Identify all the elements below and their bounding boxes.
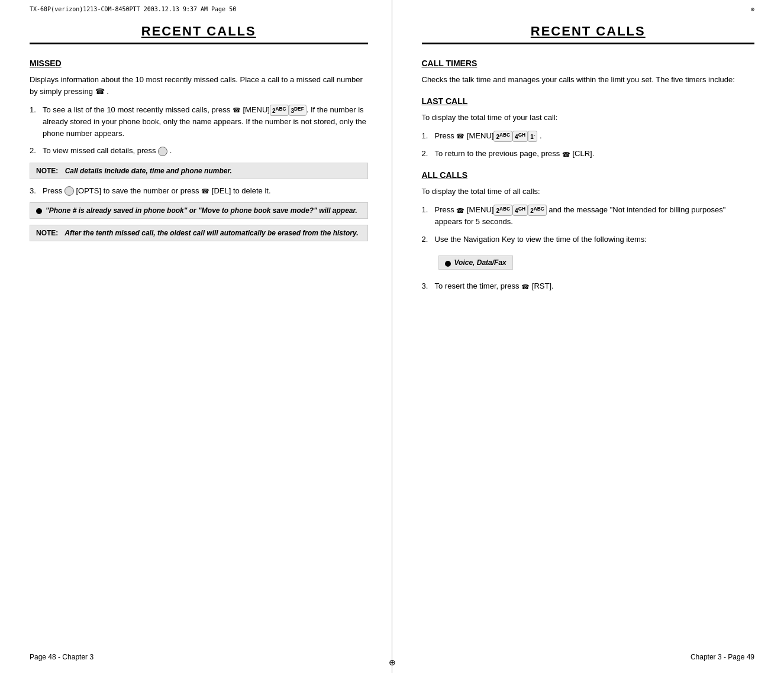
note-2-text: After the tenth missed call, the oldest …	[64, 229, 358, 237]
all-calls-item-2: 2. Use the Navigation Key to view the ti…	[422, 234, 755, 245]
right-page-title: RECENT CALLS	[422, 24, 755, 44]
missed-intro: Displays information about the 10 most r…	[30, 74, 368, 97]
list-item-1: 1. To see a list of the 10 most recently…	[30, 104, 368, 139]
bullet-voice: Voice, Data/Fax	[438, 255, 513, 270]
phone-icon-r1: ☎	[456, 131, 464, 141]
nav-icon-2	[64, 186, 74, 196]
phone-icon-r4: ☎	[521, 282, 530, 292]
phone-icon-3: ☎	[201, 186, 209, 196]
all-calls-heading: ALL CALLS	[422, 170, 755, 180]
phone-icon-r3: ☎	[456, 206, 464, 216]
center-crosshair: ⊕	[389, 658, 396, 667]
right-page: RECENT CALLS CALL TIMERS Checks the talk…	[392, 0, 785, 673]
key-r-4gh: 4GH	[512, 131, 528, 142]
key-r2-4gh: 4GH	[512, 205, 528, 216]
key-2abc: 2ABC	[270, 105, 289, 116]
right-footer: Chapter 3 - Page 49	[691, 653, 754, 661]
bullet-1-text: "Phone # is already saved in phone book"…	[46, 206, 357, 215]
key-3def: 3DEF	[289, 105, 306, 116]
note-box-2: NOTE: After the tenth missed call, the o…	[30, 225, 368, 241]
left-page-title: RECENT CALLS	[30, 24, 368, 44]
call-timers-intro: Checks the talk time and manages your ca…	[422, 74, 755, 86]
note-1-text: Call details include date, time and phon…	[65, 167, 232, 175]
last-call-item-1: 1. Press ☎ [MENU]2ABC4GH1- .	[422, 130, 755, 142]
key-r2-2abc2: 2ABC	[528, 205, 547, 216]
list-item-3: 3. Press [OPTS] to save the number or pr…	[30, 185, 368, 197]
note-box-1: NOTE: Call details include date, time an…	[30, 163, 368, 179]
key-r-2abc: 2ABC	[493, 131, 512, 142]
all-calls-intro: To display the total time of all calls:	[422, 186, 755, 198]
bullet-box-1: "Phone # is already saved in phone book"…	[30, 202, 368, 219]
key-r2-2abc: 2ABC	[493, 205, 512, 216]
last-call-item-2: 2. To return to the previous page, press…	[422, 148, 755, 160]
left-footer: Page 48 - Chapter 3	[30, 653, 93, 661]
bullet-voice-text: Voice, Data/Fax	[454, 258, 506, 267]
call-timers-heading: CALL TIMERS	[422, 59, 755, 68]
all-calls-item-3: 3. To resert the timer, press ☎ [RST].	[422, 280, 755, 292]
last-call-intro: To display the total time of your last c…	[422, 112, 755, 124]
phone-icon-r2: ☎	[562, 150, 570, 160]
key-r-1: 1-	[528, 131, 537, 142]
phone-icon-1: ☎	[233, 105, 241, 115]
page-container: TX-60P(verizon)1213-CDM-8450PTT 2003.12.…	[0, 0, 784, 673]
all-calls-item-1: 1. Press ☎ [MENU]2ABC4GH2ABC and the mes…	[422, 204, 755, 228]
phone-icon-missed: ☎	[95, 87, 105, 96]
missed-heading: MISSED	[30, 59, 368, 68]
left-page: RECENT CALLS MISSED Displays information…	[0, 0, 392, 673]
bullet-dot-2	[445, 261, 451, 267]
nav-icon	[158, 147, 167, 156]
list-item-2: 2. To view missed call details, press .	[30, 145, 368, 157]
bullet-dot-1	[36, 208, 42, 214]
last-call-heading: LAST CALL	[422, 96, 755, 106]
